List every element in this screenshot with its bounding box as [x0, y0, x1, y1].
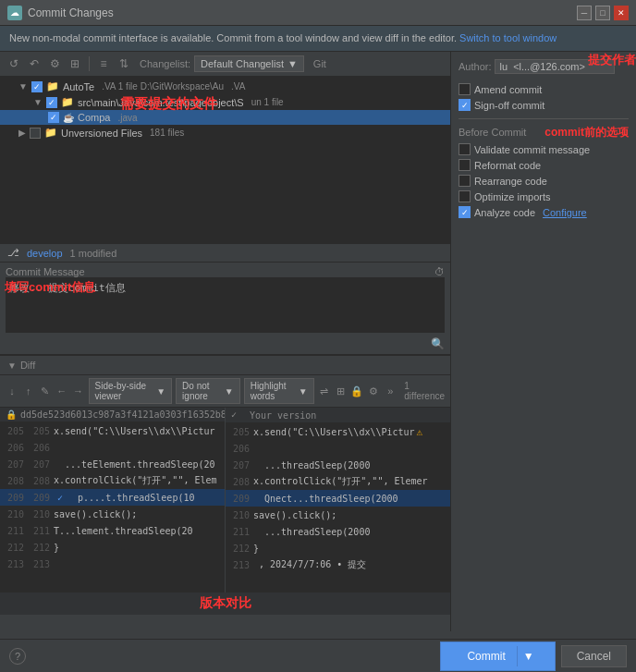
rearrange-code-checkbox[interactable] — [459, 175, 471, 187]
diff-right-panel: ✓ Your version 205 x.send("C:\\Users\\dx… — [226, 408, 450, 593]
minimize-button[interactable]: ─ — [577, 6, 592, 20]
diff-edit-icon[interactable]: ✎ — [39, 383, 52, 399]
file-tree: ▼ ✓ 📁 AutoTe .VA 1 file D:\GitWorkspace\… — [0, 77, 450, 243]
author-section: Author: — [459, 59, 629, 74]
viewer-mode-dropdown[interactable]: Side-by-side viewer ▼ — [89, 378, 173, 404]
cancel-button[interactable]: Cancel — [561, 645, 627, 667]
optimize-imports-checkbox[interactable] — [459, 190, 471, 202]
file-checkbox[interactable]: ✓ — [48, 112, 59, 123]
tree-expand-icon[interactable]: ▼ — [33, 97, 43, 107]
before-commit-section: Before Commit commit前的选项 — [459, 127, 629, 138]
file-extra: .VA — [231, 81, 245, 92]
tree-expand-icon[interactable]: ▶ — [18, 128, 26, 138]
highlight-mode-dropdown[interactable]: Highlight words ▼ — [244, 378, 314, 404]
amend-commit-checkbox[interactable] — [459, 83, 471, 95]
right-panel: 提交作者 Author: Amend commit ✓ Sign-off com… — [451, 52, 636, 631]
refresh-icon[interactable]: ↺ — [6, 55, 22, 72]
undo-icon[interactable]: ↶ — [26, 55, 43, 72]
info-banner: New non-modal commit interface is availa… — [0, 26, 636, 52]
diff-line: 213 213 — [0, 556, 225, 572]
list-item[interactable]: ▼ ✓ 📁 AutoTe .VA 1 file D:\GitWorkspace\… — [0, 79, 450, 94]
git-label: Git — [313, 58, 326, 69]
file-checkbox[interactable]: ✓ — [31, 81, 43, 92]
ignore-mode-label: Do not ignore — [182, 381, 223, 401]
diff-left-panel: 🔒 dd5de523d6013c987a3f4121a0303f16352b89… — [0, 408, 226, 593]
message-toolbar: 🔍 — [6, 336, 445, 352]
diff-sync-icon[interactable]: ⇌ — [318, 383, 331, 399]
list-item[interactable]: ✓ ☕ Compa .java — [0, 110, 450, 125]
list-item[interactable]: ▼ ✓ 📁 src\main\Java\com.test\pageobject\… — [0, 94, 450, 110]
diff-right-label: Your version — [250, 410, 316, 421]
close-button[interactable]: ✕ — [614, 6, 629, 20]
maximize-button[interactable]: □ — [595, 6, 610, 20]
diff-line: 207 207 ...teElement.threadSleep(20 — [0, 456, 225, 472]
lock-icon: 🔒 — [6, 409, 17, 420]
diff-more-icon[interactable]: » — [384, 383, 397, 399]
diff-up-icon[interactable]: ↑ — [22, 383, 35, 399]
reformat-code-checkbox[interactable] — [459, 159, 471, 171]
diff-line: 205 205 x.send("C:\\Users\\dx\\Pictur — [0, 422, 225, 439]
diff-line: 206 — [226, 440, 450, 457]
file-ext: .java — [117, 113, 137, 123]
diff-lock-icon[interactable]: 🔒 — [350, 383, 363, 399]
diff-forward-icon[interactable]: → — [72, 383, 85, 399]
file-meta: 181 files — [150, 128, 184, 138]
diff-back-icon[interactable]: ← — [55, 383, 68, 399]
tree-expand-icon[interactable]: ▼ — [18, 81, 28, 92]
help-button[interactable]: ? — [9, 648, 26, 665]
right-file-checkbox[interactable]: ✓ — [231, 409, 242, 421]
file-checkbox[interactable]: ✓ — [46, 97, 57, 108]
diff-left-file-bar: 🔒 dd5de523d6013c987a3f4121a0303f16352b89… — [0, 408, 225, 422]
diff-gear-icon[interactable]: ⚙ — [367, 383, 380, 399]
signoff-commit-option: ✓ Sign-off commit — [459, 99, 629, 111]
changelist-arrow-icon: ▼ — [287, 58, 298, 69]
commit-message-input[interactable]: 修改...提交commit信息 — [6, 277, 445, 333]
diff-table-icon[interactable]: ⊞ — [335, 383, 348, 399]
grid-icon[interactable]: ⊞ — [67, 55, 83, 72]
branch-icon: ⎇ — [7, 247, 19, 259]
author-input[interactable] — [495, 59, 615, 74]
changelist-label: Changelist: — [140, 58, 190, 69]
diff-line: 211 211 T...lement.threadSleep(20 — [0, 522, 225, 539]
ignore-mode-dropdown[interactable]: Do not ignore ▼ — [176, 378, 240, 404]
diff-line: 206 206 — [0, 439, 225, 456]
annotation-diff: 版本对比 — [200, 595, 251, 612]
folder-icon: 📁 — [44, 127, 57, 139]
highlight-mode-label: Highlight words — [251, 381, 297, 401]
author-field: Author: — [459, 59, 629, 74]
diff-down-icon[interactable]: ↓ — [6, 383, 18, 399]
configure-link[interactable]: Configure — [543, 207, 587, 218]
divider — [459, 118, 629, 119]
commit-button[interactable]: Commit ▼ — [440, 641, 555, 671]
switch-tool-window-link[interactable]: Switch to tool window — [459, 32, 556, 43]
changelist-value: Default Changelist — [201, 58, 284, 69]
changelist-dropdown[interactable]: Default Changelist ▼ — [194, 55, 304, 72]
viewer-mode-label: Side-by-side viewer — [95, 381, 155, 401]
validate-commit-checkbox[interactable] — [459, 143, 471, 155]
reformat-code-option: Reformat code — [459, 159, 629, 171]
file-name: AutoTe — [63, 81, 94, 92]
file-meta: un 1 file — [251, 97, 284, 107]
author-label: Author: — [459, 61, 491, 72]
before-commit-title: Before Commit — [459, 127, 629, 138]
diff-collapse-icon[interactable]: ▼ — [7, 360, 17, 371]
diff-section: ▼ Diff ↓ ↑ ✎ ← → Side-by-side viewer ▼ D… — [0, 355, 450, 615]
java-file-icon: ☕ — [63, 113, 74, 123]
commit-button-label: Commit — [456, 646, 516, 666]
settings-icon[interactable]: ⚙ — [46, 55, 63, 72]
info-banner-text: New non-modal commit interface is availa… — [9, 32, 457, 43]
commit-message-label: Commit Message ⏱ — [6, 266, 445, 277]
clock-icon[interactable]: ⏱ — [434, 266, 445, 277]
ignore-mode-arrow: ▼ — [225, 386, 234, 397]
analyze-code-checkbox[interactable]: ✓ — [459, 206, 471, 218]
list-icon[interactable]: ≡ — [95, 55, 112, 72]
file-checkbox[interactable] — [30, 128, 41, 139]
analyze-code-option: ✓ Analyze code Configure — [459, 206, 629, 218]
list-item[interactable]: ▶ 📁 Unversioned Files 181 files — [0, 125, 450, 141]
sort-icon[interactable]: ⇅ — [116, 55, 132, 72]
search-icon[interactable]: 🔍 — [431, 337, 445, 350]
signoff-commit-label: Sign-off commit — [474, 100, 544, 111]
viewer-mode-arrow: ▼ — [156, 386, 165, 397]
commit-button-arrow-icon[interactable]: ▼ — [517, 646, 540, 666]
signoff-commit-checkbox[interactable]: ✓ — [459, 99, 471, 111]
